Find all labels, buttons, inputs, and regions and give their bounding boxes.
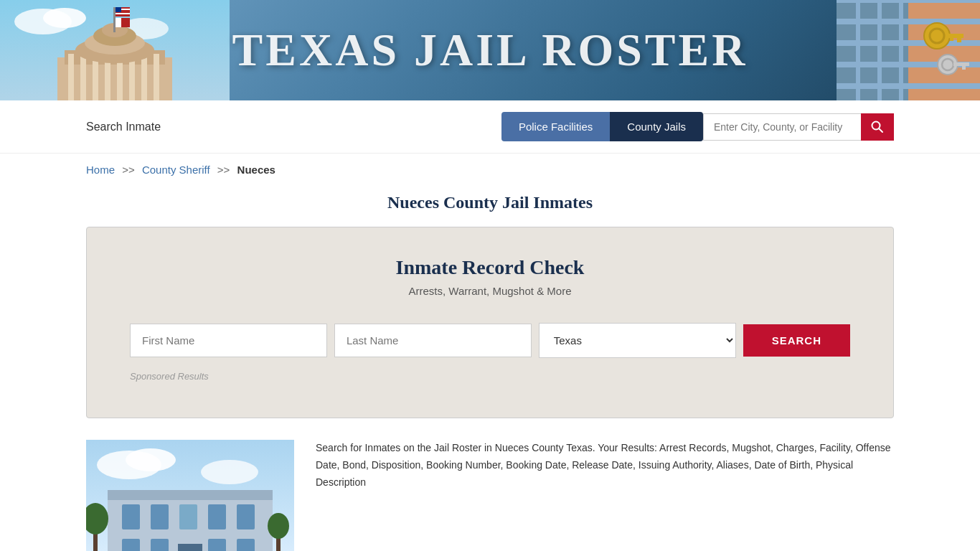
svg-rect-18 (113, 7, 116, 32)
svg-point-50 (126, 448, 176, 471)
first-name-input[interactable] (130, 324, 327, 357)
nav-buttons: Police Facilities County Jails (501, 112, 894, 141)
inmate-search-form: AlabamaAlaskaArizonaArkansasCaliforniaCo… (130, 323, 850, 358)
svg-rect-7 (80, 54, 86, 100)
header-banner: Texas Jail Roster (0, 0, 980, 100)
facility-search-input[interactable] (703, 113, 861, 141)
svg-point-51 (201, 460, 258, 484)
svg-rect-25 (121, 18, 130, 27)
svg-rect-23 (116, 7, 121, 12)
svg-point-2 (43, 8, 86, 28)
svg-rect-60 (151, 539, 169, 551)
record-check-subtitle: Arrests, Warrant, Mugshot & More (130, 285, 850, 297)
breadcrumb: Home >> County Sheriff >> Nueces (0, 154, 980, 186)
page-title: Nueces County Jail Inmates (0, 186, 980, 227)
svg-line-47 (880, 128, 883, 132)
record-check-title: Inmate Record Check (130, 256, 850, 279)
keys-image (837, 0, 980, 100)
breadcrumb-current: Nueces (237, 164, 275, 176)
county-jails-button[interactable]: County Jails (610, 112, 703, 141)
breadcrumb-sep1: >> (122, 164, 135, 176)
svg-rect-40 (957, 34, 961, 42)
svg-rect-6 (68, 54, 74, 100)
svg-rect-61 (208, 539, 226, 551)
breadcrumb-county-sheriff[interactable]: County Sheriff (142, 164, 210, 176)
nav-search-button[interactable] (861, 113, 894, 141)
svg-point-67 (268, 513, 289, 539)
svg-rect-59 (122, 539, 140, 551)
bottom-description-text: Search for Inmates on the Jail Roster in… (316, 440, 894, 551)
svg-rect-41 (950, 34, 953, 41)
svg-rect-53 (108, 490, 273, 500)
record-check-box: Inmate Record Check Arrests, Warrant, Mu… (86, 227, 894, 418)
svg-rect-54 (122, 504, 140, 529)
svg-rect-63 (178, 544, 202, 551)
svg-rect-12 (141, 54, 147, 100)
svg-rect-13 (154, 54, 159, 100)
search-icon (871, 121, 884, 133)
last-name-input[interactable] (334, 324, 532, 357)
police-facilities-button[interactable]: Police Facilities (501, 112, 610, 141)
breadcrumb-sep2: >> (217, 164, 230, 176)
svg-rect-45 (962, 62, 966, 70)
svg-rect-26 (116, 18, 121, 27)
building-image (86, 440, 294, 551)
svg-rect-55 (151, 504, 169, 529)
capitol-image (0, 0, 230, 100)
search-inmate-label: Search Inmate (86, 121, 161, 133)
nav-bar: Search Inmate Police Facilities County J… (0, 100, 980, 154)
svg-rect-57 (208, 504, 226, 529)
breadcrumb-home[interactable]: Home (86, 164, 115, 176)
bottom-section: Search for Inmates on the Jail Roster in… (0, 440, 980, 551)
svg-rect-58 (237, 504, 255, 529)
banner-title: Texas Jail Roster (232, 24, 748, 77)
state-select[interactable]: AlabamaAlaskaArizonaArkansasCaliforniaCo… (539, 323, 736, 358)
svg-rect-44 (953, 62, 969, 66)
svg-rect-62 (237, 539, 255, 551)
inmate-search-button[interactable]: SEARCH (743, 324, 850, 357)
sponsored-results-label: Sponsored Results (130, 371, 850, 382)
svg-rect-56 (179, 504, 197, 529)
svg-rect-22 (116, 13, 130, 14)
